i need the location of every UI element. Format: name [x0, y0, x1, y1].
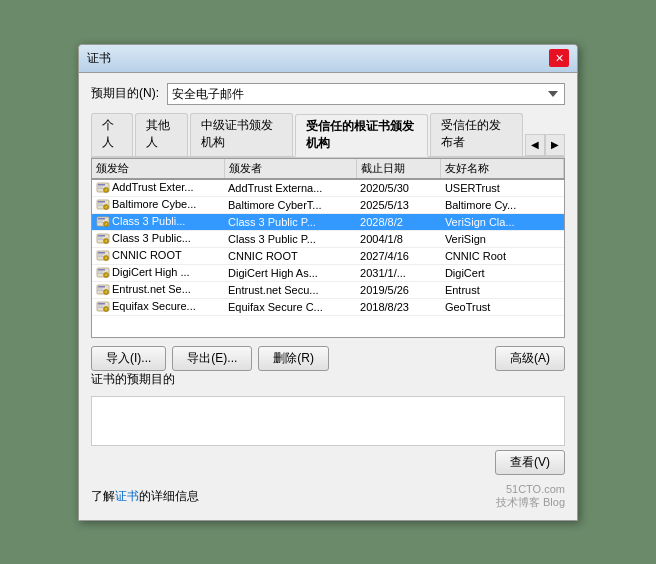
purpose-label: 预期目的(N): — [91, 85, 159, 102]
svg-rect-26 — [98, 254, 103, 255]
watermark-line1: 51CTO.com — [496, 483, 565, 495]
view-button[interactable]: 查看(V) — [495, 450, 565, 475]
svg-text:✓: ✓ — [105, 290, 108, 294]
tab-trusted-publisher[interactable]: 受信任的发布者 — [430, 113, 523, 156]
cert-icon: ✓ — [96, 283, 110, 297]
table-row[interactable]: ✓ Class 3 Public...Class 3 Public P...20… — [92, 230, 564, 247]
certificate-dialog: 证书 ✕ 预期目的(N): 安全电子邮件 个人 其他人 中级证书颁发机构 受信任… — [78, 44, 578, 521]
svg-rect-38 — [98, 289, 103, 290]
cert-table: 颁发给 颁发者 截止日期 友好名称 ✓ AddTrust Exter...Add… — [92, 159, 564, 317]
svg-rect-19 — [98, 235, 105, 237]
svg-rect-37 — [98, 286, 105, 288]
info-prefix: 了解 — [91, 489, 115, 503]
cell-friendly-name: USERTrust — [441, 179, 564, 197]
cert-icon: ✓ — [96, 181, 110, 195]
cell-friendly-name: GeoTrust — [441, 299, 564, 316]
svg-rect-7 — [98, 201, 105, 203]
advanced-button[interactable]: 高级(A) — [495, 346, 565, 371]
table-row[interactable]: ✓ Class 3 Publi...Class 3 Public P...202… — [92, 213, 564, 230]
svg-rect-45 — [98, 307, 104, 308]
svg-rect-27 — [98, 256, 104, 257]
cell-issuer: Class 3 Public P... — [224, 230, 356, 247]
table-row[interactable]: ✓ Equifax Secure...Equifax Secure C...20… — [92, 299, 564, 316]
cert-purpose-label: 证书的预期目的 — [91, 371, 565, 388]
svg-rect-15 — [98, 222, 104, 223]
svg-rect-3 — [98, 188, 104, 189]
svg-rect-44 — [98, 306, 103, 307]
cert-icon: ✓ — [96, 232, 110, 246]
svg-rect-14 — [98, 220, 103, 221]
cell-issuer: CNNIC ROOT — [224, 247, 356, 264]
cert-link[interactable]: 证书 — [115, 489, 139, 503]
svg-rect-32 — [98, 272, 103, 273]
cell-date: 2028/8/2 — [356, 213, 441, 230]
table-row[interactable]: ✓ DigiCert High ...DigiCert High As...20… — [92, 264, 564, 281]
svg-text:✓: ✓ — [105, 188, 108, 192]
cell-issued-to: ✓ Equifax Secure... — [92, 299, 224, 316]
svg-text:✓: ✓ — [105, 222, 108, 226]
close-button[interactable]: ✕ — [549, 49, 569, 67]
cell-issued-to: ✓ CNNIC ROOT — [92, 247, 224, 264]
svg-rect-20 — [98, 237, 103, 238]
tab-personal[interactable]: 个人 — [91, 113, 133, 156]
tab-trusted-root[interactable]: 受信任的根证书颁发机构 — [295, 114, 428, 157]
cert-purpose-section: 证书的预期目的 — [91, 371, 565, 446]
cell-issuer: Entrust.net Secu... — [224, 282, 356, 299]
import-button[interactable]: 导入(I)... — [91, 346, 166, 371]
svg-rect-2 — [98, 186, 103, 187]
svg-rect-21 — [98, 239, 104, 240]
cert-table-wrapper[interactable]: 颁发给 颁发者 截止日期 友好名称 ✓ AddTrust Exter...Add… — [91, 158, 565, 338]
dialog-body: 预期目的(N): 安全电子邮件 个人 其他人 中级证书颁发机构 受信任的根证书颁… — [79, 73, 577, 520]
cell-friendly-name: Entrust — [441, 282, 564, 299]
col-header-issued-to[interactable]: 颁发给 — [92, 159, 224, 179]
tab-next-button[interactable]: ▶ — [545, 134, 565, 156]
cell-date: 2027/4/16 — [356, 247, 441, 264]
watermark-line2: 技术博客 Blog — [496, 495, 565, 510]
watermark: 51CTO.com 技术博客 Blog — [496, 483, 565, 510]
svg-rect-33 — [98, 273, 104, 274]
svg-rect-13 — [98, 218, 105, 220]
cert-icon: ✓ — [96, 215, 110, 229]
tab-bar: 个人 其他人 中级证书颁发机构 受信任的根证书颁发机构 受信任的发布者 ◀ ▶ — [91, 113, 565, 158]
col-header-date[interactable]: 截止日期 — [356, 159, 441, 179]
cell-issuer: AddTrust Externa... — [224, 179, 356, 197]
cell-issuer: DigiCert High As... — [224, 264, 356, 281]
svg-rect-1 — [98, 184, 105, 186]
cell-date: 2020/5/30 — [356, 179, 441, 197]
svg-rect-8 — [98, 203, 103, 204]
cell-friendly-name: Baltimore Cy... — [441, 196, 564, 213]
cell-friendly-name: VeriSign — [441, 230, 564, 247]
table-row[interactable]: ✓ Baltimore Cybe...Baltimore CyberT...20… — [92, 196, 564, 213]
table-row[interactable]: ✓ AddTrust Exter...AddTrust Externa...20… — [92, 179, 564, 197]
cell-date: 2004/1/8 — [356, 230, 441, 247]
svg-text:✓: ✓ — [105, 256, 108, 260]
svg-rect-25 — [98, 252, 105, 254]
svg-text:✓: ✓ — [105, 239, 108, 243]
table-row[interactable]: ✓ Entrust.net Se...Entrust.net Secu...20… — [92, 282, 564, 299]
tab-intermediate[interactable]: 中级证书颁发机构 — [190, 113, 293, 156]
cell-issued-to: ✓ Class 3 Public... — [92, 230, 224, 247]
cell-issuer: Baltimore CyberT... — [224, 196, 356, 213]
col-header-issuer[interactable]: 颁发者 — [224, 159, 356, 179]
export-button[interactable]: 导出(E)... — [172, 346, 252, 371]
svg-text:✓: ✓ — [105, 307, 108, 311]
table-row[interactable]: ✓ CNNIC ROOTCNNIC ROOT2027/4/16CNNIC Roo… — [92, 247, 564, 264]
cell-issued-to: ✓ Entrust.net Se... — [92, 282, 224, 299]
cell-date: 2031/1/... — [356, 264, 441, 281]
info-text: 了解证书的详细信息 — [91, 488, 199, 505]
bottom-bar: 了解证书的详细信息 51CTO.com 技术博客 Blog — [91, 483, 565, 510]
tab-prev-button[interactable]: ◀ — [525, 134, 545, 156]
cert-icon: ✓ — [96, 249, 110, 263]
cell-issuer: Class 3 Public P... — [224, 213, 356, 230]
cert-icon: ✓ — [96, 266, 110, 280]
svg-rect-43 — [98, 303, 105, 305]
title-bar: 证书 ✕ — [79, 45, 577, 73]
purpose-select[interactable]: 安全电子邮件 — [167, 83, 565, 105]
tab-others[interactable]: 其他人 — [135, 113, 187, 156]
col-header-friendly[interactable]: 友好名称 — [441, 159, 564, 179]
cell-issuer: Equifax Secure C... — [224, 299, 356, 316]
delete-button[interactable]: 删除(R) — [258, 346, 329, 371]
svg-text:✓: ✓ — [105, 273, 108, 277]
cell-date: 2018/8/23 — [356, 299, 441, 316]
svg-rect-39 — [98, 290, 104, 291]
